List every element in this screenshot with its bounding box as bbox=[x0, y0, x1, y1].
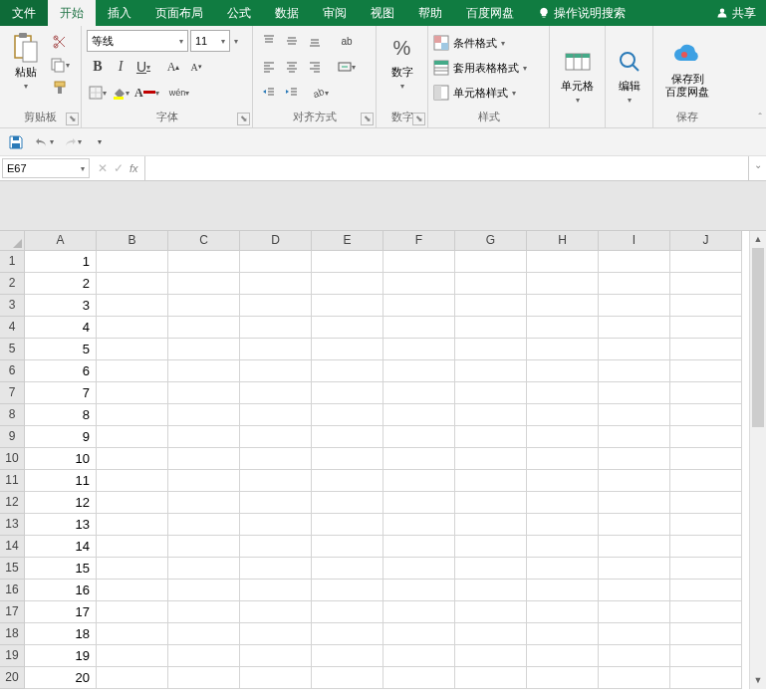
vertical-scrollbar[interactable]: ▲ ▼ bbox=[749, 231, 766, 689]
cell-B1[interactable] bbox=[97, 251, 168, 273]
cell-C6[interactable] bbox=[168, 360, 240, 382]
cell-J16[interactable] bbox=[670, 580, 742, 601]
cell-F16[interactable] bbox=[383, 580, 455, 601]
cell-G18[interactable] bbox=[455, 623, 527, 645]
cell-G13[interactable] bbox=[455, 514, 527, 536]
cell-C11[interactable] bbox=[168, 470, 240, 492]
row-header-17[interactable]: 17 bbox=[0, 601, 25, 623]
cell-C2[interactable] bbox=[168, 273, 240, 295]
cell-E6[interactable] bbox=[312, 360, 383, 382]
cell-I8[interactable] bbox=[599, 404, 670, 426]
cell-C7[interactable] bbox=[168, 382, 240, 404]
cell-J15[interactable] bbox=[670, 558, 742, 580]
align-middle-button[interactable] bbox=[281, 30, 303, 52]
cell-C13[interactable] bbox=[168, 514, 240, 536]
cell-I6[interactable] bbox=[599, 360, 670, 382]
row-header-9[interactable]: 9 bbox=[0, 426, 25, 448]
paste-button[interactable]: 粘贴▾ bbox=[5, 30, 47, 108]
cell-I15[interactable] bbox=[599, 558, 670, 580]
decrease-indent-button[interactable] bbox=[258, 82, 280, 104]
cell-G2[interactable] bbox=[455, 273, 527, 295]
merge-button[interactable]: ▾ bbox=[336, 56, 358, 78]
save-baidu-button[interactable]: 保存到百度网盘 bbox=[661, 37, 713, 101]
cell-J14[interactable] bbox=[670, 536, 742, 558]
formula-cancel-button[interactable]: ✕ bbox=[98, 161, 108, 175]
row-header-2[interactable]: 2 bbox=[0, 273, 25, 295]
tab-insert[interactable]: 插入 bbox=[96, 0, 143, 26]
editing-button[interactable]: 编辑▾ bbox=[609, 44, 650, 109]
cell-J19[interactable] bbox=[670, 645, 742, 667]
cell-J9[interactable] bbox=[670, 426, 742, 448]
column-header-C[interactable]: C bbox=[168, 231, 240, 251]
cell-E18[interactable] bbox=[312, 623, 383, 645]
cell-E7[interactable] bbox=[312, 382, 383, 404]
row-header-12[interactable]: 12 bbox=[0, 492, 25, 514]
cell-E2[interactable] bbox=[312, 273, 383, 295]
row-header-8[interactable]: 8 bbox=[0, 404, 25, 426]
row-header-13[interactable]: 13 bbox=[0, 514, 25, 536]
row-header-1[interactable]: 1 bbox=[0, 251, 25, 273]
cell-F4[interactable] bbox=[383, 317, 455, 339]
cell-A17[interactable]: 17 bbox=[25, 601, 97, 623]
cell-B9[interactable] bbox=[97, 426, 168, 448]
tell-me[interactable]: 操作说明搜索 bbox=[526, 0, 638, 26]
cell-C4[interactable] bbox=[168, 317, 240, 339]
cell-H15[interactable] bbox=[527, 558, 599, 580]
cell-G6[interactable] bbox=[455, 360, 527, 382]
cell-J10[interactable] bbox=[670, 448, 742, 470]
cell-I7[interactable] bbox=[599, 382, 670, 404]
cell-B8[interactable] bbox=[97, 404, 168, 426]
cell-I14[interactable] bbox=[599, 536, 670, 558]
cell-A12[interactable]: 12 bbox=[25, 492, 97, 514]
scroll-up-button[interactable]: ▲ bbox=[750, 231, 766, 248]
cell-B14[interactable] bbox=[97, 536, 168, 558]
number-format-button[interactable]: % 数字▾ bbox=[383, 30, 422, 95]
cell-A6[interactable]: 6 bbox=[25, 360, 97, 382]
cell-J20[interactable] bbox=[670, 667, 742, 689]
cell-D13[interactable] bbox=[240, 514, 312, 536]
cell-G12[interactable] bbox=[455, 492, 527, 514]
cell-G1[interactable] bbox=[455, 251, 527, 273]
cell-I9[interactable] bbox=[599, 426, 670, 448]
cell-F1[interactable] bbox=[383, 251, 455, 273]
column-header-G[interactable]: G bbox=[455, 231, 527, 251]
cell-H19[interactable] bbox=[527, 645, 599, 667]
cell-D14[interactable] bbox=[240, 536, 312, 558]
cell-A5[interactable]: 5 bbox=[25, 339, 97, 360]
insert-function-button[interactable]: fx bbox=[129, 162, 138, 174]
tab-data[interactable]: 数据 bbox=[263, 0, 311, 26]
cell-B7[interactable] bbox=[97, 382, 168, 404]
cell-A16[interactable]: 16 bbox=[25, 580, 97, 601]
collapse-ribbon-button[interactable]: ˆ bbox=[758, 112, 762, 123]
cell-F2[interactable] bbox=[383, 273, 455, 295]
cell-A1[interactable]: 1 bbox=[25, 251, 97, 273]
cell-E13[interactable] bbox=[312, 514, 383, 536]
cell-A10[interactable]: 10 bbox=[25, 448, 97, 470]
cell-H8[interactable] bbox=[527, 404, 599, 426]
cell-B16[interactable] bbox=[97, 580, 168, 601]
cell-A20[interactable]: 20 bbox=[25, 667, 97, 689]
cell-E8[interactable] bbox=[312, 404, 383, 426]
shrink-font-button[interactable]: A▾ bbox=[185, 56, 207, 78]
orientation-button[interactable]: ab▾ bbox=[309, 82, 331, 104]
cell-D11[interactable] bbox=[240, 470, 312, 492]
cell-C8[interactable] bbox=[168, 404, 240, 426]
cell-C5[interactable] bbox=[168, 339, 240, 360]
cell-I13[interactable] bbox=[599, 514, 670, 536]
cell-J6[interactable] bbox=[670, 360, 742, 382]
cell-C15[interactable] bbox=[168, 558, 240, 580]
cell-J2[interactable] bbox=[670, 273, 742, 295]
number-launcher[interactable]: ⬊ bbox=[412, 113, 425, 125]
cell-A8[interactable]: 8 bbox=[25, 404, 97, 426]
cell-D9[interactable] bbox=[240, 426, 312, 448]
cell-A13[interactable]: 13 bbox=[25, 514, 97, 536]
cell-H7[interactable] bbox=[527, 382, 599, 404]
cell-I20[interactable] bbox=[599, 667, 670, 689]
cell-D5[interactable] bbox=[240, 339, 312, 360]
row-header-10[interactable]: 10 bbox=[0, 448, 25, 470]
cell-I12[interactable] bbox=[599, 492, 670, 514]
cell-C18[interactable] bbox=[168, 623, 240, 645]
cell-E11[interactable] bbox=[312, 470, 383, 492]
row-header-16[interactable]: 16 bbox=[0, 580, 25, 601]
cell-D4[interactable] bbox=[240, 317, 312, 339]
